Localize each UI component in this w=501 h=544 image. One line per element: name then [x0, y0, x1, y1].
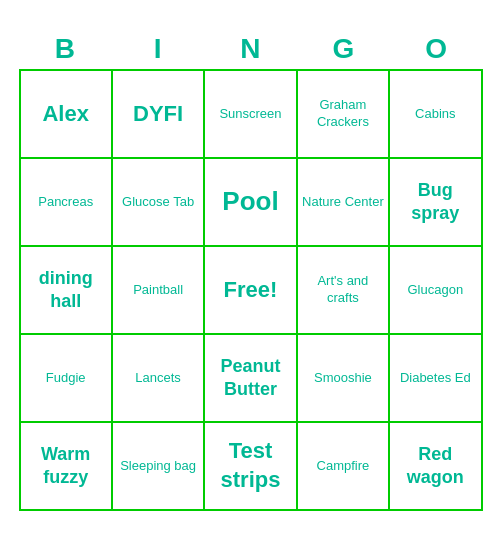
cell-text-22: Test strips	[209, 437, 291, 494]
cell-text-9: Bug spray	[394, 179, 476, 226]
letter-g: G	[299, 33, 387, 65]
cell-text-17: Peanut Butter	[209, 355, 291, 402]
bingo-cell-12[interactable]: Free!	[205, 247, 297, 335]
cell-text-12: Free!	[224, 276, 278, 305]
cell-text-7: Pool	[222, 185, 278, 219]
cell-text-3: Graham Crackers	[302, 97, 384, 131]
bingo-cell-18[interactable]: Smooshie	[298, 335, 390, 423]
bingo-cell-20[interactable]: Warm fuzzy	[21, 423, 113, 511]
bingo-cell-17[interactable]: Peanut Butter	[205, 335, 297, 423]
bingo-grid: AlexDYFISunscreenGraham CrackersCabinsPa…	[19, 69, 483, 511]
cell-text-18: Smooshie	[314, 370, 372, 387]
bingo-cell-1[interactable]: DYFI	[113, 71, 205, 159]
bingo-cell-23[interactable]: Campfire	[298, 423, 390, 511]
bingo-cell-21[interactable]: Sleeping bag	[113, 423, 205, 511]
bingo-cell-24[interactable]: Red wagon	[390, 423, 482, 511]
bingo-cell-8[interactable]: Nature Center	[298, 159, 390, 247]
cell-text-5: Pancreas	[38, 194, 93, 211]
cell-text-10: dining hall	[25, 267, 107, 314]
cell-text-15: Fudgie	[46, 370, 86, 387]
cell-text-4: Cabins	[415, 106, 455, 123]
bingo-header: B I N G O	[19, 33, 483, 65]
cell-text-19: Diabetes Ed	[400, 370, 471, 387]
bingo-cell-2[interactable]: Sunscreen	[205, 71, 297, 159]
bingo-cell-3[interactable]: Graham Crackers	[298, 71, 390, 159]
bingo-cell-19[interactable]: Diabetes Ed	[390, 335, 482, 423]
cell-text-16: Lancets	[135, 370, 181, 387]
cell-text-2: Sunscreen	[219, 106, 281, 123]
cell-text-14: Glucagon	[407, 282, 463, 299]
bingo-cell-9[interactable]: Bug spray	[390, 159, 482, 247]
bingo-cell-22[interactable]: Test strips	[205, 423, 297, 511]
bingo-cell-15[interactable]: Fudgie	[21, 335, 113, 423]
cell-text-6: Glucose Tab	[122, 194, 194, 211]
cell-text-13: Art's and crafts	[302, 273, 384, 307]
letter-i: I	[114, 33, 202, 65]
cell-text-20: Warm fuzzy	[25, 443, 107, 490]
bingo-cell-5[interactable]: Pancreas	[21, 159, 113, 247]
cell-text-0: Alex	[42, 100, 88, 129]
bingo-card: B I N G O AlexDYFISunscreenGraham Cracke…	[11, 25, 491, 519]
cell-text-1: DYFI	[133, 100, 183, 129]
cell-text-8: Nature Center	[302, 194, 384, 211]
cell-text-21: Sleeping bag	[120, 458, 196, 475]
letter-n: N	[206, 33, 294, 65]
cell-text-24: Red wagon	[394, 443, 476, 490]
cell-text-11: Paintball	[133, 282, 183, 299]
bingo-cell-11[interactable]: Paintball	[113, 247, 205, 335]
bingo-cell-13[interactable]: Art's and crafts	[298, 247, 390, 335]
bingo-cell-14[interactable]: Glucagon	[390, 247, 482, 335]
letter-o: O	[392, 33, 480, 65]
bingo-cell-10[interactable]: dining hall	[21, 247, 113, 335]
bingo-cell-0[interactable]: Alex	[21, 71, 113, 159]
bingo-cell-4[interactable]: Cabins	[390, 71, 482, 159]
bingo-cell-7[interactable]: Pool	[205, 159, 297, 247]
letter-b: B	[21, 33, 109, 65]
bingo-cell-16[interactable]: Lancets	[113, 335, 205, 423]
cell-text-23: Campfire	[317, 458, 370, 475]
bingo-cell-6[interactable]: Glucose Tab	[113, 159, 205, 247]
